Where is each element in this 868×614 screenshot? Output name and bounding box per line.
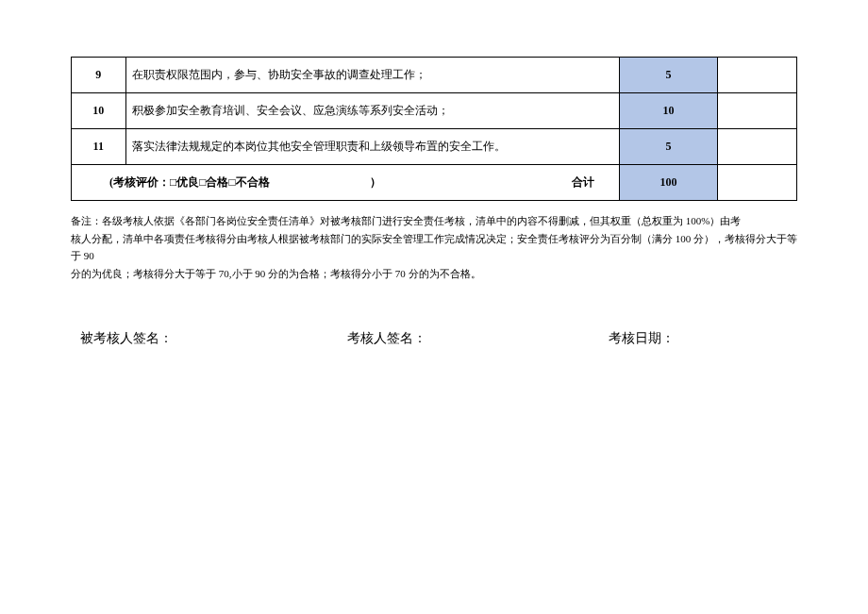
row-blank: [718, 129, 797, 165]
row-description: 落实法律法规规定的本岗位其他安全管理职责和上级领导布置的安全工作。: [125, 129, 619, 165]
note-line: 分的为优良；考核得分大于等于 70,小于 90 分的为合格；考核得分小于 70 …: [71, 265, 797, 283]
row-number: 11: [72, 129, 126, 165]
total-label: 合计: [572, 174, 613, 191]
notes-section: 备注：各级考核人依据《各部门各岗位安全责任清单》对被考核部门进行安全责任考核，清…: [71, 212, 797, 283]
assessment-table: 9 在职责权限范围内，参与、协助安全事故的调查处理工作； 5 10 积极参加安全…: [71, 57, 797, 201]
signatures-section: 被考核人签名： 考核人签名： 考核日期：: [71, 330, 797, 347]
summary-row: (考核评价：□优良□合格□不合格 ） 合计 100: [72, 165, 797, 201]
row-score: 5: [619, 58, 718, 93]
summary-label: (考核评价：□优良□合格□不合格 ） 合计: [72, 165, 620, 201]
row-description: 积极参加安全教育培训、安全会议、应急演练等系列安全活动；: [125, 93, 619, 129]
note-line: 核人分配，清单中各项责任考核得分由考核人根据被考核部门的实际安全管理工作完成情况…: [71, 230, 797, 265]
row-number: 10: [72, 93, 126, 129]
evaluation-label: (考核评价：□优良□合格□不合格: [109, 175, 270, 189]
row-number: 9: [72, 58, 126, 93]
row-score: 5: [619, 129, 718, 165]
table-row: 9 在职责权限范围内，参与、协助安全事故的调查处理工作； 5: [72, 58, 797, 93]
total-blank: [718, 165, 797, 201]
row-score: 10: [619, 93, 718, 129]
assessee-signature-label: 被考核人签名：: [80, 330, 259, 347]
evaluation-paren: ）: [370, 175, 381, 189]
table-row: 11 落实法律法规规定的本岗位其他安全管理职责和上级领导布置的安全工作。 5: [72, 129, 797, 165]
table-row: 10 积极参加安全教育培训、安全会议、应急演练等系列安全活动； 10: [72, 93, 797, 129]
assessor-signature-label: 考核人签名：: [259, 330, 476, 347]
row-blank: [718, 58, 797, 93]
note-line: 备注：各级考核人依据《各部门各岗位安全责任清单》对被考核部门进行安全责任考核，清…: [71, 212, 797, 230]
total-score: 100: [619, 165, 718, 201]
row-description: 在职责权限范围内，参与、协助安全事故的调查处理工作；: [125, 58, 619, 93]
row-blank: [718, 93, 797, 129]
assessment-date-label: 考核日期：: [476, 330, 788, 347]
